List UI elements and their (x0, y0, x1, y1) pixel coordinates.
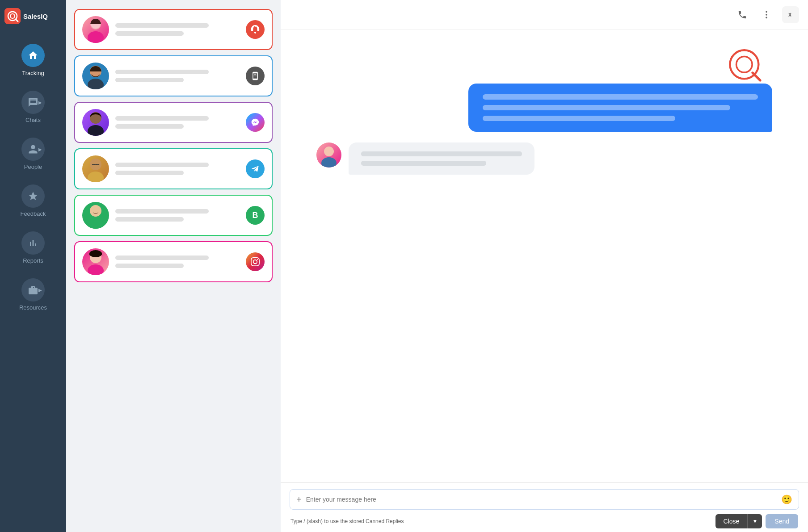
sidebar-item-people[interactable]: ▶ People (0, 130, 66, 177)
bar-chart-icon (28, 238, 38, 248)
skeleton-msg-5 (115, 217, 184, 222)
message-input[interactable] (306, 496, 777, 503)
add-attachment-button[interactable]: + (296, 494, 302, 505)
skeleton-name-3 (115, 116, 209, 121)
chat-card-2[interactable] (74, 55, 273, 96)
avatar-6 (82, 248, 109, 275)
message-input-row: + 🙂 (290, 489, 799, 510)
svg-point-15 (88, 172, 104, 182)
input-actions-bar: Type / (slash) to use the stored Canned … (290, 514, 799, 528)
channel-icon-mobile (246, 67, 265, 85)
sidebar-item-reports[interactable]: Reports (0, 224, 66, 271)
svg-point-14 (90, 159, 101, 170)
svg-point-17 (88, 218, 104, 229)
avatar-3 (82, 109, 109, 136)
skeleton-msg-6 (115, 264, 184, 268)
sidebar-item-tracking[interactable]: Tracking (0, 37, 66, 84)
star-icon (28, 191, 38, 201)
salesiq-watermark (728, 48, 763, 84)
people-chevron: ▶ (38, 147, 42, 152)
chat-input-area: + 🙂 Type / (slash) to use the stored Can… (281, 482, 808, 532)
msg-skeleton-3 (483, 116, 675, 121)
chat-card-4[interactable] (74, 148, 273, 189)
chat-card-6[interactable] (74, 241, 273, 282)
skeleton-msg-4 (115, 171, 184, 175)
channel-icon-telegram (246, 159, 265, 178)
card-content-4 (115, 163, 240, 175)
svg-point-5 (88, 31, 104, 43)
skeleton-name-1 (115, 23, 209, 28)
sidebar-item-resources[interactable]: ▶ Resources (0, 271, 66, 318)
sidebar: SalesIQ Tracking ▶ Chats (0, 0, 66, 532)
skeleton-msg-3 (115, 124, 184, 129)
sidebar-item-feedback[interactable]: Feedback (0, 177, 66, 224)
close-chat-button[interactable]: Close (715, 514, 748, 528)
action-buttons: Close ▼ Send (715, 514, 798, 528)
person-icon (28, 144, 38, 155)
card-content-5 (115, 209, 240, 222)
canned-replies-hint: Type / (slash) to use the stored Canned … (290, 518, 404, 524)
feedback-icon-wrap (21, 184, 45, 208)
channel-icon-messenger (246, 113, 265, 132)
sidebar-item-label-tracking: Tracking (22, 70, 44, 76)
channel-icon-businesschat: B (246, 206, 265, 225)
phone-button[interactable] (734, 6, 751, 23)
logo-icon (4, 8, 21, 24)
incoming-avatar (316, 142, 341, 168)
right-header (281, 0, 808, 30)
logo: SalesIQ (0, 0, 66, 32)
chat-area (281, 30, 808, 482)
emoji-button[interactable]: 🙂 (781, 494, 792, 505)
reports-icon-wrap (21, 231, 45, 255)
chats-chevron: ▶ (38, 100, 42, 105)
skeleton-name-5 (115, 209, 209, 214)
channel-icon-instagram (246, 252, 265, 271)
sidebar-item-label-people: People (24, 163, 42, 170)
people-icon-wrap: ▶ (21, 138, 45, 161)
chat-list-panel: B (66, 0, 281, 532)
sidebar-item-label-chats: Chats (25, 117, 41, 123)
channel-icon-support (246, 20, 265, 39)
avatar-4 (82, 155, 109, 182)
sidebar-item-label-resources: Resources (19, 304, 47, 311)
expand-button[interactable] (782, 6, 799, 23)
svg-point-28 (321, 157, 337, 168)
card-content-6 (115, 256, 240, 268)
svg-point-25 (736, 57, 753, 73)
avatar-1 (82, 16, 109, 43)
right-panel: + 🙂 Type / (slash) to use the stored Can… (281, 0, 808, 532)
tracking-icon-wrap (21, 44, 45, 67)
incoming-skeleton-1 (361, 151, 522, 156)
incoming-skeleton-2 (361, 161, 486, 166)
resources-icon-wrap: ▶ (21, 278, 45, 302)
card-content-2 (115, 70, 240, 82)
svg-rect-11 (254, 75, 257, 76)
send-message-button[interactable]: Send (766, 514, 798, 528)
svg-point-9 (88, 79, 104, 89)
skeleton-msg-1 (115, 31, 184, 36)
svg-line-26 (753, 73, 760, 80)
chat-card-3[interactable] (74, 102, 273, 143)
skeleton-msg-2 (115, 78, 184, 82)
home-icon (28, 50, 38, 61)
chat-card-5[interactable]: B (74, 195, 273, 236)
sidebar-item-label-feedback: Feedback (20, 210, 46, 217)
chat-icon (28, 97, 38, 108)
more-options-button[interactable] (758, 6, 775, 23)
skeleton-name-4 (115, 163, 209, 167)
card-content-1 (115, 23, 240, 36)
chat-card-1[interactable] (74, 9, 273, 50)
incoming-message (349, 142, 534, 175)
svg-point-19 (88, 264, 104, 275)
card-content-3 (115, 116, 240, 129)
msg-skeleton-1 (483, 94, 758, 100)
sidebar-item-label-reports: Reports (23, 257, 43, 264)
skeleton-name-6 (115, 256, 209, 260)
close-dropdown-button[interactable]: ▼ (747, 514, 762, 528)
svg-point-21 (766, 11, 767, 13)
svg-rect-10 (254, 74, 257, 75)
incoming-message-wrap (316, 142, 772, 175)
svg-point-27 (324, 147, 334, 156)
sidebar-item-chats[interactable]: ▶ Chats (0, 84, 66, 130)
outgoing-message (468, 84, 772, 132)
